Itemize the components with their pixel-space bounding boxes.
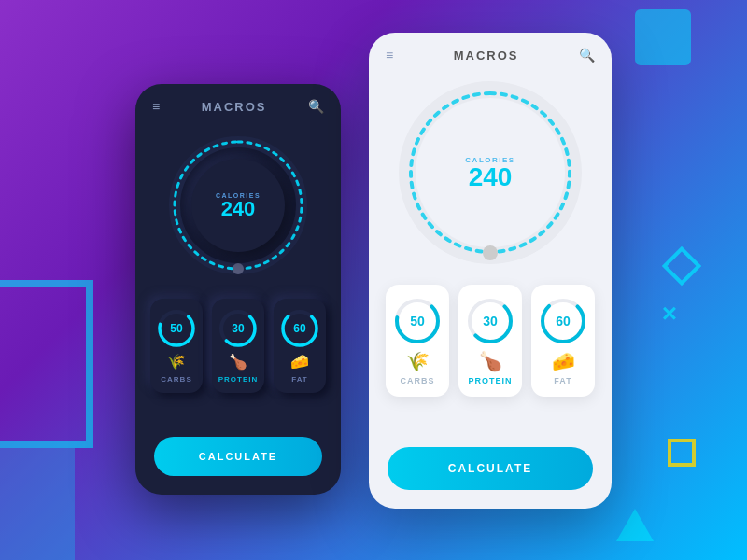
light-fat-icon: 🧀 <box>552 352 575 371</box>
dark-fat-value: 60 <box>293 322 305 335</box>
light-carbs-ring: 50 <box>392 296 443 346</box>
svg-point-11 <box>483 245 498 260</box>
light-protein-ring: 30 <box>465 296 515 346</box>
light-search-icon[interactable]: 🔍 <box>579 48 595 63</box>
dark-carbs-ring: 50 <box>156 308 197 349</box>
light-fat-ring: 60 <box>538 296 588 346</box>
svg-point-3 <box>233 263 244 274</box>
dark-phone-header: ≡ MACROS 🔍 <box>135 84 341 121</box>
dark-macro-carbs[interactable]: 50 🌾 CARBS <box>150 299 203 393</box>
dark-ring-center: CALORIES 240 <box>216 192 261 219</box>
light-fat-label: FAT <box>554 376 571 385</box>
light-protein-label: PROTEIN <box>468 376 512 385</box>
dark-macro-protein[interactable]: 30 🍗 PROTEIN <box>212 299 264 393</box>
light-macro-carbs[interactable]: 50 🌾 CARBS <box>386 285 449 397</box>
light-macro-protein[interactable]: 30 🍗 PROTEIN <box>458 285 522 397</box>
light-carbs-value: 50 <box>410 314 425 329</box>
light-calories-ring: CALORIES 240 <box>397 79 584 266</box>
dark-protein-icon: 🍗 <box>229 355 247 370</box>
dark-macro-fat[interactable]: 60 🧀 FAT <box>274 299 326 393</box>
dark-macros-row: 50 🌾 CARBS 30 🍗 PROTEIN <box>139 299 337 393</box>
light-protein-icon: 🍗 <box>479 352 502 371</box>
light-fat-value: 60 <box>556 314 571 329</box>
dark-phone-title: MACROS <box>202 100 267 114</box>
dark-menu-icon[interactable]: ≡ <box>152 99 160 114</box>
light-phone-title: MACROS <box>454 49 519 63</box>
dark-protein-value: 30 <box>232 322 244 335</box>
light-menu-icon[interactable]: ≡ <box>386 48 393 63</box>
dark-fat-icon: 🧀 <box>290 355 309 370</box>
dark-protein-ring: 30 <box>218 308 259 349</box>
phones-wrapper: ≡ MACROS 🔍 CALORIES 240 <box>0 0 747 560</box>
light-calories-value: 240 <box>465 164 514 190</box>
light-calculate-button[interactable]: CALCULATE <box>388 447 593 490</box>
dark-carbs-value: 50 <box>170 322 182 335</box>
light-ring-center: CALORIES 240 <box>465 156 514 190</box>
dark-calculate-button[interactable]: CALCULATE <box>154 437 322 476</box>
light-phone: ≡ MACROS 🔍 CALORIES 240 <box>369 33 612 509</box>
dark-carbs-label: CARBS <box>161 375 191 384</box>
light-protein-value: 30 <box>483 314 498 329</box>
light-macro-fat[interactable]: 60 🧀 FAT <box>531 285 595 397</box>
dark-phone: ≡ MACROS 🔍 CALORIES 240 <box>135 84 341 495</box>
dark-protein-label: PROTEIN <box>218 375 259 384</box>
dark-carbs-icon: 🌾 <box>167 355 186 370</box>
dark-calories-value: 240 <box>216 199 261 219</box>
dark-fat-label: FAT <box>291 375 308 384</box>
light-carbs-icon: 🌾 <box>406 352 430 371</box>
light-carbs-label: CARBS <box>400 376 434 385</box>
light-phone-header: ≡ MACROS 🔍 <box>369 33 612 70</box>
light-macros-row: 50 🌾 CARBS 30 🍗 PROTEIN <box>374 285 606 397</box>
dark-search-icon[interactable]: 🔍 <box>308 99 324 114</box>
dark-calories-ring: CALORIES 240 <box>163 131 313 280</box>
dark-fat-ring: 60 <box>279 308 320 349</box>
